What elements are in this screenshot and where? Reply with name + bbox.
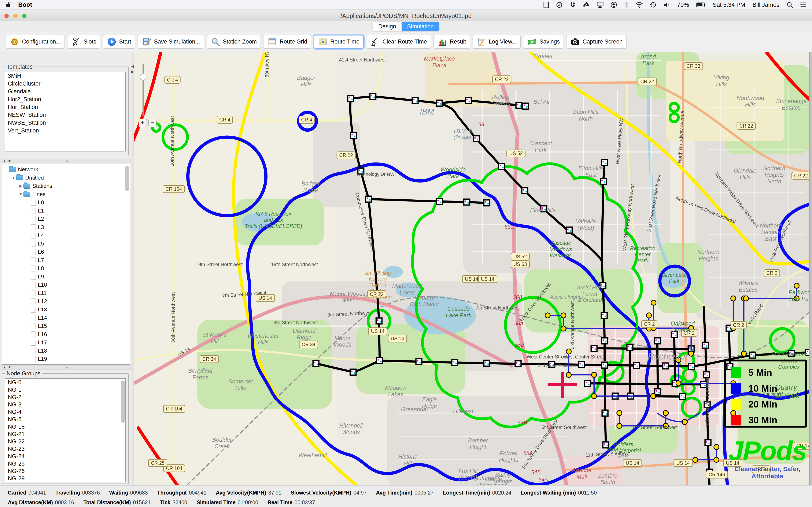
accessibility-menu-icon[interactable]: [611, 2, 617, 8]
tree-scrollbar-thumb[interactable]: [125, 166, 129, 191]
station-marker[interactable]: [602, 410, 608, 416]
node-group-item[interactable]: NG-25: [5, 460, 125, 467]
horizontal-splitter-2[interactable]: ▲ ▼: [0, 365, 132, 370]
menu-clock[interactable]: Sat 5:34 PM: [713, 1, 745, 8]
station-marker[interactable]: [452, 359, 458, 365]
route-node-marker[interactable]: [545, 313, 550, 318]
node-group-item[interactable]: NG-2: [5, 394, 125, 401]
splitter2-handle[interactable]: [66, 367, 68, 369]
tree-item-l13[interactable]: L13: [4, 305, 130, 314]
template-item[interactable]: 3MiH: [5, 72, 125, 80]
tree-item-l4[interactable]: L4: [4, 231, 130, 239]
notification-center-icon[interactable]: [800, 2, 807, 8]
tree-item-l18[interactable]: L18: [4, 347, 130, 355]
time-machine-menu-icon[interactable]: [650, 2, 656, 8]
route-node-marker[interactable]: [676, 381, 681, 386]
clear-toolbar-button[interactable]: Clear Route Time: [366, 35, 431, 49]
station-marker[interactable]: [633, 362, 639, 369]
tree-item-l9[interactable]: L9: [4, 273, 130, 281]
menu-user-name[interactable]: Bill James: [752, 1, 779, 8]
station-marker[interactable]: [585, 381, 591, 386]
station-marker[interactable]: [679, 394, 686, 399]
route-node-marker[interactable]: [566, 372, 571, 377]
tree-collapsed-icon[interactable]: ▶: [18, 184, 23, 188]
station-marker[interactable]: [350, 369, 356, 375]
splitter-collapse-up-icon[interactable]: ▲: [3, 159, 6, 163]
station-marker[interactable]: [600, 178, 606, 184]
gear-toolbar-button[interactable]: Configuration...: [6, 35, 65, 49]
station-marker[interactable]: [499, 164, 505, 169]
tree-item-lines[interactable]: ▼Lines: [4, 190, 130, 199]
route-time-toolbar-button[interactable]: Route Time: [314, 35, 364, 49]
log-toolbar-button[interactable]: Log View...: [473, 35, 521, 49]
node-group-item[interactable]: NG-0: [5, 379, 125, 386]
route-node-marker[interactable]: [682, 419, 687, 425]
route-node-marker[interactable]: [617, 424, 622, 429]
splitter-collapse-down-icon[interactable]: ▼: [8, 159, 11, 163]
station-marker[interactable]: [366, 196, 372, 202]
spotlight-icon[interactable]: [786, 2, 793, 8]
tree-item-l17[interactable]: L17: [4, 338, 130, 347]
station-marker[interactable]: [484, 360, 490, 366]
check-circle-menu-icon[interactable]: [556, 2, 562, 8]
node-group-item[interactable]: NG-4: [5, 408, 125, 416]
station-marker[interactable]: [515, 361, 521, 367]
route-node-marker[interactable]: [561, 326, 566, 331]
tree-item-untitled[interactable]: ▼Untitled: [4, 174, 130, 182]
tree-item-l5[interactable]: L5: [4, 239, 130, 248]
splitter2-collapse-up-icon[interactable]: ▲: [3, 365, 6, 369]
route-node-marker[interactable]: [663, 410, 668, 415]
station-marker[interactable]: [437, 199, 442, 204]
tree-item-l11[interactable]: L11: [4, 289, 130, 297]
tree-item-l1[interactable]: L1: [4, 207, 130, 215]
node-group-item[interactable]: NG-24: [5, 453, 125, 460]
node-group-item[interactable]: NG-5: [5, 416, 125, 423]
route-node-marker[interactable]: [693, 457, 698, 462]
route-node-marker[interactable]: [561, 313, 566, 318]
active-app-name[interactable]: Boot: [18, 1, 32, 8]
station-marker[interactable]: [523, 103, 529, 109]
node-group-item[interactable]: NG-22: [5, 438, 125, 445]
station-marker[interactable]: [436, 100, 442, 106]
template-item[interactable]: NWSE_Station: [5, 119, 125, 127]
station-marker[interactable]: [516, 102, 522, 108]
route-node-marker[interactable]: [651, 300, 656, 305]
tree-item-l20[interactable]: L20: [4, 363, 130, 365]
route-node-marker[interactable]: [714, 457, 719, 462]
template-item[interactable]: Vert_Station: [5, 127, 125, 134]
zoom-slider-track[interactable]: [143, 64, 144, 116]
station-marker[interactable]: [703, 342, 708, 348]
airplay-menu-icon[interactable]: [597, 2, 604, 8]
tree-item-l14[interactable]: L14: [4, 314, 130, 322]
station-marker[interactable]: [376, 358, 383, 363]
station-marker[interactable]: [464, 199, 470, 205]
node-group-item[interactable]: NG-23: [5, 445, 125, 453]
station-marker[interactable]: [412, 98, 418, 104]
station-marker[interactable]: [484, 200, 490, 206]
node-group-item[interactable]: NG-21: [5, 431, 125, 438]
station-marker[interactable]: [602, 338, 608, 344]
station-marker[interactable]: [522, 188, 528, 194]
station-marker[interactable]: [566, 227, 572, 233]
station-marker[interactable]: [655, 389, 661, 395]
node-groups-list[interactable]: NG-0NG-1NG-2NG-3NG-4NG-5NG-18NG-21NG-22N…: [5, 378, 126, 482]
vsplit-collapse-right-icon[interactable]: ▶: [131, 70, 134, 74]
station-marker[interactable]: [351, 132, 357, 138]
result-toolbar-button[interactable]: Result: [434, 35, 470, 49]
station-marker[interactable]: [603, 442, 609, 448]
horizontal-splitter[interactable]: ▲ ▼: [0, 159, 132, 163]
map-viewport[interactable]: CR 4CR 4CR 4CR 104CR 104CR 104CR 22CR 22…: [134, 52, 809, 485]
volume-menu-icon[interactable]: [664, 2, 670, 8]
google-drive-menu-icon[interactable]: [583, 2, 590, 8]
route-node-marker[interactable]: [744, 296, 749, 301]
bluetooth-menu-icon[interactable]: [624, 2, 628, 8]
node-group-item[interactable]: NG-29: [5, 475, 125, 482]
template-item[interactable]: Glendale: [5, 88, 125, 96]
station-marker[interactable]: [591, 345, 597, 351]
vsplit-collapse-left-icon[interactable]: ◀: [131, 64, 134, 68]
station-marker[interactable]: [578, 362, 584, 368]
tree-item-l2[interactable]: L2: [4, 215, 130, 223]
savings-toolbar-button[interactable]: Savings: [523, 35, 564, 49]
tab-simulation[interactable]: Simulation: [402, 22, 439, 31]
station-marker[interactable]: [750, 352, 756, 358]
